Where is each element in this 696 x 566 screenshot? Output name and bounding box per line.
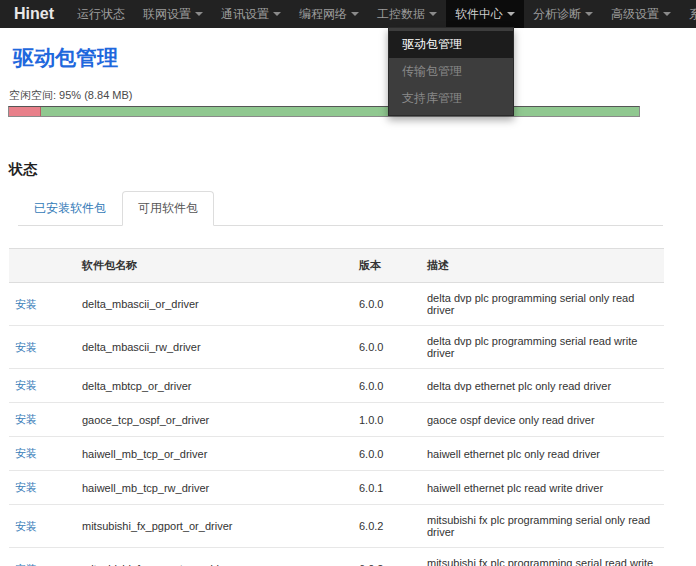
- nav-item-label: 软件中心: [455, 0, 503, 28]
- package-name: haiwell_mb_tcp_rw_driver: [76, 471, 353, 505]
- package-name: delta_mbtcp_or_driver: [76, 369, 353, 403]
- nav-item-label: 分析诊断: [533, 0, 581, 28]
- caret-down-icon: [273, 12, 281, 16]
- package-version: 1.0.0: [353, 403, 421, 437]
- caret-down-icon: [429, 12, 437, 16]
- nav-item-label: 运行状态: [77, 0, 125, 28]
- package-description: haiwell ethernet plc read write driver: [421, 471, 664, 505]
- column-header: [9, 249, 76, 283]
- package-version: 6.0.0: [353, 326, 421, 369]
- page-title: 驱动包管理: [13, 44, 688, 72]
- dropdown-item: 传输包管理: [389, 58, 513, 85]
- table-header-row: 软件包名称版本描述: [9, 249, 664, 283]
- caret-down-icon: [585, 12, 593, 16]
- package-description: delta dvp ethernet plc only read driver: [421, 369, 664, 403]
- column-header: 描述: [421, 249, 664, 283]
- package-description: delta dvp plc programming serial only re…: [421, 283, 664, 326]
- install-link[interactable]: 安装: [15, 341, 37, 353]
- package-name: mitsubishi_fx_pgport_or_driver: [76, 505, 353, 548]
- progress-free-segment: [41, 107, 640, 116]
- brand-logo[interactable]: Hinet: [14, 5, 54, 23]
- package-name: gaoce_tcp_ospf_or_driver: [76, 403, 353, 437]
- nav-item-2[interactable]: 联网设置: [134, 0, 212, 28]
- nav-item-label: 工控数据: [377, 0, 425, 28]
- package-description: haiwell ethernet plc only read driver: [421, 437, 664, 471]
- free-space-progress-bar: [8, 106, 640, 117]
- nav-item-1[interactable]: 运行状态: [68, 0, 134, 28]
- nav-item-5[interactable]: 工控数据: [368, 0, 446, 28]
- nav-item-4[interactable]: 编程网络: [290, 0, 368, 28]
- page-content: 驱动包管理 空闲空间: 95% (8.84 MB) 状态 已安装软件包可用软件包…: [0, 44, 696, 566]
- software-center-dropdown: 驱动包管理传输包管理支持库管理: [388, 27, 514, 116]
- table-row: 安装mitsubishi_fx_pgport_rw_driver6.0.2mit…: [9, 548, 664, 566]
- top-navbar: Hinet 运行状态联网设置通讯设置编程网络工控数据软件中心分析诊断高级设置系统…: [0, 0, 696, 28]
- caret-down-icon: [507, 12, 515, 16]
- table-body: 安装delta_mbascii_or_driver6.0.0delta dvp …: [9, 283, 664, 566]
- table-row: 安装haiwell_mb_tcp_rw_driver6.0.1haiwell e…: [9, 471, 664, 505]
- table-row: 安装haiwell_mb_tcp_or_driver6.0.0haiwell e…: [9, 437, 664, 471]
- nav-item-3[interactable]: 通讯设置: [212, 0, 290, 28]
- package-name: mitsubishi_fx_pgport_rw_driver: [76, 548, 353, 566]
- caret-down-icon: [663, 12, 671, 16]
- package-version: 6.0.2: [353, 505, 421, 548]
- package-name: delta_mbascii_rw_driver: [76, 326, 353, 369]
- nav-item-8[interactable]: 高级设置: [602, 0, 680, 28]
- table-row: 安装delta_mbascii_rw_driver6.0.0delta dvp …: [9, 326, 664, 369]
- nav-item-label: 编程网络: [299, 0, 347, 28]
- install-link[interactable]: 安装: [15, 379, 37, 391]
- nav-item-label: 通讯设置: [221, 0, 269, 28]
- caret-down-icon: [195, 12, 203, 16]
- tab-2[interactable]: 可用软件包: [122, 191, 214, 226]
- free-space-label: 空闲空间: 95% (8.84 MB): [9, 88, 688, 103]
- package-description: mitsubishi fx plc programming serial rea…: [421, 548, 664, 566]
- tab-1[interactable]: 已安装软件包: [18, 191, 122, 226]
- package-description: delta dvp plc programming serial read wr…: [421, 326, 664, 369]
- install-link[interactable]: 安装: [15, 447, 37, 459]
- table-row: 安装delta_mbascii_or_driver6.0.0delta dvp …: [9, 283, 664, 326]
- install-link[interactable]: 安装: [15, 481, 37, 493]
- status-tabs: 已安装软件包可用软件包: [18, 191, 663, 226]
- package-version: 6.0.2: [353, 548, 421, 566]
- package-version: 6.0.0: [353, 369, 421, 403]
- nav-item-label: 高级设置: [611, 0, 659, 28]
- column-header: 软件包名称: [76, 249, 353, 283]
- install-link[interactable]: 安装: [15, 298, 37, 310]
- packages-table: 软件包名称版本描述 安装delta_mbascii_or_driver6.0.0…: [9, 248, 664, 566]
- caret-down-icon: [351, 12, 359, 16]
- status-heading: 状态: [9, 161, 688, 179]
- install-link[interactable]: 安装: [15, 413, 37, 425]
- nav-item-6[interactable]: 软件中心: [446, 0, 524, 28]
- nav-item-label: 系统设置: [689, 0, 696, 28]
- nav-item-label: 联网设置: [143, 0, 191, 28]
- install-link[interactable]: 安装: [15, 520, 37, 532]
- nav-item-9[interactable]: 系统设置: [680, 0, 696, 28]
- table-row: 安装delta_mbtcp_or_driver6.0.0delta dvp et…: [9, 369, 664, 403]
- table-row: 安装mitsubishi_fx_pgport_or_driver6.0.2mit…: [9, 505, 664, 548]
- packages-table-wrap: 软件包名称版本描述 安装delta_mbascii_or_driver6.0.0…: [9, 248, 664, 566]
- package-description: mitsubishi fx plc programming serial onl…: [421, 505, 664, 548]
- table-row: 安装gaoce_tcp_ospf_or_driver1.0.0gaoce osp…: [9, 403, 664, 437]
- package-version: 6.0.0: [353, 437, 421, 471]
- nav-item-7[interactable]: 分析诊断: [524, 0, 602, 28]
- dropdown-item[interactable]: 驱动包管理: [389, 31, 513, 58]
- package-name: haiwell_mb_tcp_or_driver: [76, 437, 353, 471]
- dropdown-item: 支持库管理: [389, 85, 513, 112]
- package-version: 6.0.1: [353, 471, 421, 505]
- nav-menu: 运行状态联网设置通讯设置编程网络工控数据软件中心分析诊断高级设置系统设置退出: [68, 0, 696, 28]
- install-link[interactable]: 安装: [15, 563, 37, 566]
- package-version: 6.0.0: [353, 283, 421, 326]
- package-description: gaoce ospf device only read driver: [421, 403, 664, 437]
- package-name: delta_mbascii_or_driver: [76, 283, 353, 326]
- column-header: 版本: [353, 249, 421, 283]
- progress-used-segment: [9, 107, 41, 116]
